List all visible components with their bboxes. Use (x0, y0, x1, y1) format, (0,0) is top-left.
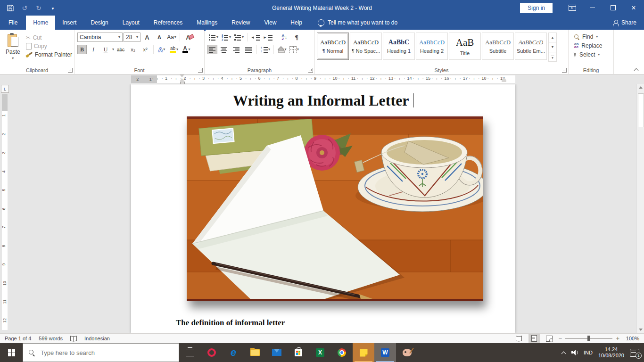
styles-scroll-up-icon[interactable]: ▲ (549, 33, 556, 42)
font-dialog-launcher-icon[interactable] (198, 68, 203, 73)
tab-file[interactable]: File (0, 16, 26, 30)
start-button[interactable] (0, 343, 23, 362)
superscript-button[interactable]: x² (140, 45, 151, 54)
vertical-ruler[interactable]: L 123456789101112 (0, 84, 9, 333)
mail-button[interactable] (266, 343, 288, 362)
underline-button[interactable]: U (100, 45, 111, 54)
font-color-button[interactable]: A ▾ (181, 45, 192, 54)
underline-caret-icon[interactable]: ▾ (112, 48, 114, 51)
zoom-percentage[interactable]: 100% (623, 336, 639, 341)
tab-home[interactable]: Home (26, 16, 55, 30)
sticky-notes-button[interactable] (353, 343, 374, 362)
styles-dialog-launcher-icon[interactable] (562, 68, 567, 73)
file-explorer-button[interactable] (244, 343, 266, 362)
undo-icon[interactable]: ↺ (21, 4, 28, 12)
redo-icon[interactable]: ↻ (35, 4, 42, 12)
zoom-slider[interactable] (565, 338, 612, 339)
taskbar-clock[interactable]: 14.24 10/08/2020 (598, 346, 624, 359)
volume-icon[interactable] (571, 350, 578, 355)
zoom-out-icon[interactable]: − (559, 336, 562, 341)
action-center-icon[interactable]: 1 (630, 349, 639, 357)
align-center-button[interactable] (218, 45, 230, 54)
multilevel-list-button[interactable]: ▾ (233, 33, 245, 42)
bullets-button[interactable]: ▾ (207, 33, 219, 42)
right-indent-marker[interactable] (502, 77, 506, 80)
justify-button[interactable] (243, 45, 254, 54)
customize-qat-icon[interactable]: ▾ (49, 4, 57, 12)
align-left-button[interactable] (207, 45, 217, 54)
format-painter-button[interactable]: Format Painter (26, 51, 72, 58)
font-size-combo[interactable]: 28 ▾ (124, 33, 140, 42)
hanging-indent-marker[interactable] (180, 78, 184, 81)
minimize-button[interactable] (582, 0, 603, 16)
borders-button[interactable]: ▾ (289, 45, 300, 54)
document-page[interactable]: Writing an Informal Letter (131, 84, 515, 333)
save-icon[interactable] (7, 4, 14, 12)
italic-button[interactable]: I (88, 45, 99, 54)
document-heading[interactable]: Writing an Informal Letter (131, 92, 515, 109)
decrease-indent-button[interactable]: ◄ (250, 33, 261, 42)
next-section-heading[interactable]: The definition of informal letter (176, 318, 515, 328)
styles-scroll-down-icon[interactable]: ▼ (549, 42, 556, 52)
shrink-font-button[interactable]: A▼ (154, 33, 165, 42)
font-name-combo[interactable]: Cambria ▾ (77, 33, 123, 42)
read-mode-button[interactable] (513, 334, 525, 343)
web-layout-button[interactable] (544, 334, 555, 343)
language-indicator[interactable]: Indonesian (84, 336, 110, 341)
first-line-indent-marker[interactable] (180, 74, 184, 77)
share-button[interactable]: Share (613, 16, 636, 30)
document-image[interactable] (187, 116, 483, 301)
tab-view[interactable]: View (257, 16, 284, 30)
taskbar-search[interactable] (23, 343, 179, 362)
tab-mailings[interactable]: Mailings (190, 16, 224, 30)
tab-layout[interactable]: Layout (116, 16, 147, 30)
task-view-button[interactable] (179, 343, 201, 362)
tab-references[interactable]: References (147, 16, 190, 30)
shading-button[interactable]: ▾ (276, 45, 288, 54)
highlight-color-button[interactable]: ab ▾ (168, 45, 180, 54)
tray-expand-icon[interactable] (562, 351, 566, 354)
ribbon-display-options-icon[interactable] (563, 0, 582, 16)
numbering-button[interactable]: 123 ▾ (220, 33, 232, 42)
collapse-ribbon-icon[interactable] (635, 67, 638, 71)
line-spacing-button[interactable]: ↑↓▾ (259, 45, 271, 54)
paste-button[interactable]: Paste ▾ (2, 32, 24, 66)
horizontal-ruler[interactable]: 21 ·ı·1·ı·2·ı·3·ı·4·ı·5·ı·6·ı·7·ı·8·ı·9·… (131, 75, 515, 83)
strikethrough-button[interactable]: abc (115, 45, 126, 54)
show-paragraph-marks-button[interactable]: ¶ (291, 33, 302, 42)
text-effects-button[interactable]: A▾ (156, 45, 167, 54)
style-subtle-emphasis[interactable]: AaBbCcD Subtle Em... (515, 33, 547, 60)
tab-design[interactable]: Design (83, 16, 115, 30)
tab-selector[interactable]: L (1, 85, 9, 93)
paint-button[interactable] (396, 343, 418, 362)
styles-more-icon[interactable]: —▾ (549, 52, 556, 61)
edge-button[interactable]: e (223, 343, 244, 362)
close-button[interactable]: × (623, 0, 644, 16)
style-no-spacing[interactable]: AaBbCcD ¶ No Spac... (350, 33, 382, 60)
style-subtitle[interactable]: AaBbCcD Subtitle (482, 33, 514, 60)
tab-insert[interactable]: Insert (55, 16, 83, 30)
word-button[interactable]: W (374, 343, 396, 362)
bold-button[interactable]: B (77, 45, 87, 54)
store-button[interactable] (288, 343, 309, 362)
scrollbar-thumb[interactable] (638, 93, 644, 127)
select-button[interactable]: Select ▾ (574, 51, 611, 58)
print-layout-button[interactable] (528, 334, 540, 343)
style-heading-2[interactable]: AaBbCcD Heading 2 (416, 33, 448, 60)
page-indicator[interactable]: Page 1 of 4 (5, 336, 31, 341)
cut-button[interactable]: ✂ Cut (26, 34, 72, 41)
clear-formatting-button[interactable]: A (182, 33, 194, 42)
tell-me-box[interactable]: Tell me what you want to do (314, 16, 401, 30)
chrome-button[interactable] (331, 343, 353, 362)
paragraph-dialog-launcher-icon[interactable] (308, 68, 313, 73)
excel-button[interactable]: X (309, 343, 331, 362)
zoom-slider-thumb[interactable] (587, 336, 590, 341)
increase-indent-button[interactable]: ► (262, 33, 273, 42)
opera-button[interactable] (201, 343, 223, 362)
tab-review[interactable]: Review (224, 16, 257, 30)
subscript-button[interactable]: x₂ (127, 45, 139, 54)
grow-font-button[interactable]: A▲ (141, 33, 153, 42)
style-heading-1[interactable]: AaBbC Heading 1 (383, 33, 415, 60)
clipboard-dialog-launcher-icon[interactable] (68, 68, 73, 73)
scroll-down-icon[interactable] (637, 326, 644, 333)
